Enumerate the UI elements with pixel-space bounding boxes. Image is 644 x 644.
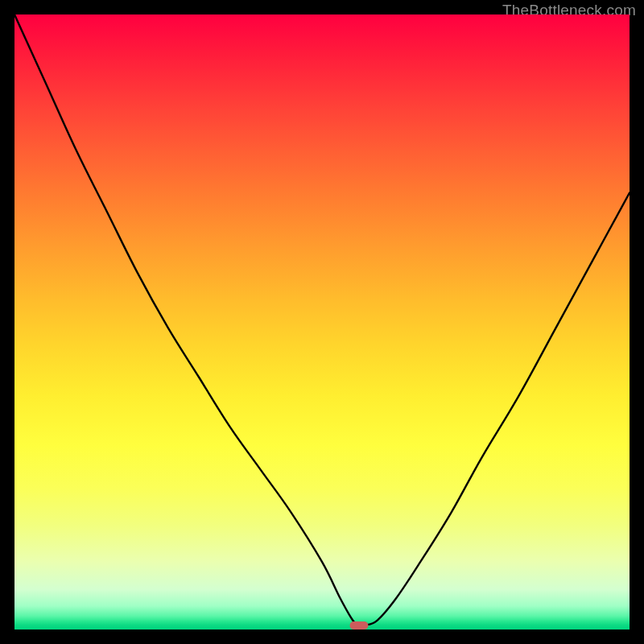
plot-area <box>14 14 630 630</box>
optimal-marker <box>349 621 368 630</box>
curve-svg <box>14 14 630 630</box>
chart-stage: TheBottleneck.com <box>0 0 644 644</box>
bottleneck-curve <box>14 14 630 625</box>
